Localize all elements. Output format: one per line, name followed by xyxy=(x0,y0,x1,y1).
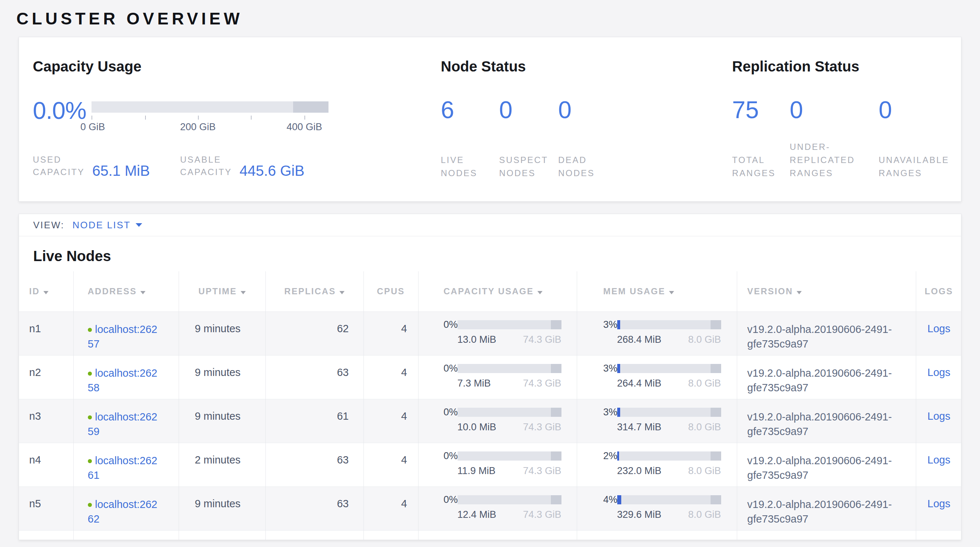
node-status-heading: Node Status xyxy=(441,57,732,75)
total-ranges-value: 75 xyxy=(732,98,790,122)
capacity-percent-value: 0.0% xyxy=(33,99,92,122)
summary-card: Capacity Usage 0.0% 0 GiB 200 GiB 400 Gi… xyxy=(19,37,961,202)
capacity-usage-bar xyxy=(458,320,562,329)
capacity-bar-other-segment xyxy=(293,102,329,113)
node-version: v19.2.0-alpha.20190606-2491-gfe735c9a97 xyxy=(737,399,916,443)
used-capacity-value: 65.1 MiB xyxy=(92,163,150,178)
sort-icon xyxy=(669,291,674,294)
capacity-usage-bar xyxy=(458,495,562,504)
node-replicas: 61 xyxy=(266,399,363,443)
node-cpus: 4 xyxy=(363,355,418,399)
node-replicas: 62 xyxy=(266,312,363,355)
column-header-address[interactable]: ADDRESS xyxy=(73,271,179,312)
capacity-usage-bar xyxy=(458,364,562,373)
table-row: n3 localhost:26259 9 minutes 61 4 0% 10.… xyxy=(19,399,961,443)
unavailable-ranges-label: UNAVAILABLE RANGES xyxy=(879,154,958,180)
node-address-link[interactable]: localhost:26257 xyxy=(88,323,158,350)
node-id: n1 xyxy=(19,312,73,355)
capacity-usage-cell: 0% 12.4 MiB74.3 GiB xyxy=(444,494,577,520)
logs-link[interactable]: Logs xyxy=(928,498,950,509)
used-capacity-stat: USED CAPACITY 65.1 MiB xyxy=(33,154,180,179)
node-uptime: 9 minutes xyxy=(179,355,266,399)
mem-usage-cell: 4% 329.6 MiB8.0 GiB xyxy=(603,494,737,520)
unavailable-ranges-stat: 0 UNAVAILABLE RANGES xyxy=(879,98,958,180)
capacity-usage-cell: 0% 11.9 MiB74.3 GiB xyxy=(444,450,577,477)
node-replicas: 63 xyxy=(266,487,363,530)
capacity-usage-heading: Capacity Usage xyxy=(33,57,441,75)
live-nodes-table: ID ADDRESS UPTIME REPLICAS CPUS CAPACITY… xyxy=(19,271,961,540)
page-title: CLUSTER OVERVIEW xyxy=(16,9,980,29)
usable-capacity-stat: USABLE CAPACITY 445.6 GiB xyxy=(180,154,304,179)
column-header-capacity-usage[interactable]: CAPACITY USAGE xyxy=(418,271,577,312)
mem-usage-cell: 3% 314.7 MiB8.0 GiB xyxy=(603,407,737,433)
column-header-mem-usage[interactable]: MEM USAGE xyxy=(577,271,737,312)
node-id: n5 xyxy=(19,487,73,530)
node-cpus: 4 xyxy=(363,312,418,355)
under-replicated-ranges-label: UNDER-REPLICATED RANGES xyxy=(790,140,869,180)
used-capacity-label: USED CAPACITY xyxy=(33,154,87,179)
node-id: n2 xyxy=(19,355,73,399)
live-status-dot xyxy=(88,415,92,419)
logs-link[interactable]: Logs xyxy=(928,366,950,378)
logs-link[interactable]: Logs xyxy=(928,323,950,334)
under-replicated-ranges-stat: 0 UNDER-REPLICATED RANGES xyxy=(790,98,879,180)
mem-usage-bar xyxy=(617,452,721,461)
dead-nodes-value: 0 xyxy=(558,98,613,122)
cluster-overview-page: CLUSTER OVERVIEW Capacity Usage 0.0% 0 G… xyxy=(0,9,980,547)
node-address-link[interactable]: localhost:26262 xyxy=(88,498,158,525)
logs-link[interactable]: Logs xyxy=(928,454,950,466)
capacity-usage-section: Capacity Usage 0.0% 0 GiB 200 GiB 400 Gi… xyxy=(33,57,441,179)
node-uptime: 2 minutes xyxy=(179,443,266,487)
capacity-usage-bar xyxy=(458,452,562,461)
capacity-axis-ticks xyxy=(92,116,328,120)
mem-usage-bar xyxy=(617,320,721,329)
mem-usage-cell: 3% 264.4 MiB8.0 GiB xyxy=(603,363,737,389)
replication-status-heading: Replication Status xyxy=(732,57,961,75)
live-nodes-stat: 6 LIVE NODES xyxy=(441,98,499,180)
total-ranges-label: TOTAL RANGES xyxy=(732,154,787,180)
column-header-id[interactable]: ID xyxy=(19,271,73,312)
capacity-usage-cell: 0% 10.0 MiB74.3 GiB xyxy=(444,407,577,433)
mem-usage-cell: 3% 268.4 MiB8.0 GiB xyxy=(603,319,737,345)
node-uptime: 9 minutes xyxy=(179,312,266,355)
table-header-row: ID ADDRESS UPTIME REPLICAS CPUS CAPACITY… xyxy=(19,271,961,312)
node-cpus: 4 xyxy=(363,443,418,487)
logs-link[interactable]: Logs xyxy=(928,410,950,422)
mem-usage-bar xyxy=(617,495,721,504)
node-uptime: 9 minutes xyxy=(179,487,266,530)
capacity-usage-bar xyxy=(458,408,562,417)
node-version: v19.2.0-alpha.20190606-2491-gfe735c9a97 xyxy=(737,312,916,355)
node-replicas: 63 xyxy=(266,355,363,399)
column-header-uptime[interactable]: UPTIME xyxy=(179,271,266,312)
live-status-dot xyxy=(88,328,92,332)
capacity-usage-cell: 0% 13.0 MiB74.3 GiB xyxy=(444,319,577,345)
usable-capacity-value: 445.6 GiB xyxy=(240,163,304,178)
sort-icon xyxy=(797,291,802,294)
view-label: VIEW: xyxy=(33,219,65,231)
node-list-card: VIEW: NODE LIST Live Nodes ID ADDRESS UP… xyxy=(19,214,961,540)
live-nodes-label: LIVE NODES xyxy=(441,154,495,180)
sort-icon xyxy=(140,291,145,294)
table-row: n4 localhost:26261 2 minutes 63 4 0% 11.… xyxy=(19,443,961,487)
axis-tick-label: 0 GiB xyxy=(80,121,105,133)
sort-icon xyxy=(339,291,345,294)
view-bar: VIEW: NODE LIST xyxy=(19,214,961,236)
sort-icon xyxy=(538,291,542,294)
live-status-dot xyxy=(88,503,92,507)
view-selected-value: NODE LIST xyxy=(73,219,131,231)
view-selector-dropdown[interactable]: NODE LIST xyxy=(73,219,143,231)
node-address-link[interactable]: localhost:26261 xyxy=(88,455,158,481)
column-header-cpus: CPUS xyxy=(363,271,418,312)
chevron-down-icon xyxy=(135,223,142,227)
node-version: v19.2.0-alpha.20190606-2491-gfe735c9a97 xyxy=(737,355,916,399)
node-version: v19.2.0-alpha.20190606-2491-gfe735c9a97 xyxy=(737,487,916,530)
node-address-link[interactable]: localhost:26259 xyxy=(88,411,158,437)
node-address-link[interactable]: localhost:26258 xyxy=(88,367,158,394)
column-header-replicas[interactable]: REPLICAS xyxy=(266,271,363,312)
table-row: n5 localhost:26262 9 minutes 63 4 0% 12.… xyxy=(19,487,961,530)
live-nodes-heading: Live Nodes xyxy=(33,247,961,265)
mem-usage-bar xyxy=(617,408,721,417)
dead-nodes-label: DEAD NODES xyxy=(558,154,613,180)
node-replicas: 63 xyxy=(266,443,363,487)
column-header-version[interactable]: VERSION xyxy=(737,271,916,312)
